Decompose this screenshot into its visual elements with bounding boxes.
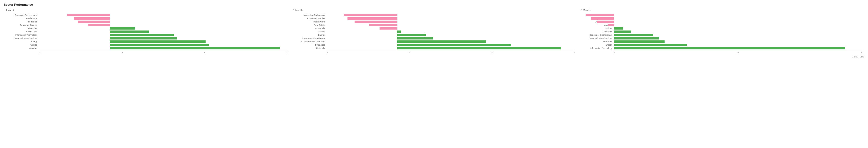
charts-container: 1 WeekConsumer DiscretionaryReal EstateI… [4, 9, 864, 54]
bar-area [39, 30, 287, 33]
positive-bar [614, 47, 845, 49]
axis-line [397, 24, 398, 26]
bar-area [614, 44, 862, 46]
axis-line [614, 17, 614, 20]
bar-label: Consumer Discretionary [293, 37, 326, 40]
positive-bar [614, 44, 687, 46]
bar-area [326, 21, 575, 23]
footer-text: TO SECTORS [4, 55, 864, 58]
axis-tick: 2 [492, 52, 493, 54]
positive-bar [614, 34, 653, 36]
bar-row: Financials [293, 43, 575, 47]
positive-bar [614, 27, 623, 29]
positive-bar [397, 37, 433, 40]
positive-bar [614, 30, 630, 33]
bar-area [614, 27, 862, 29]
positive-bar [397, 44, 511, 46]
bar-label: Financials [581, 30, 614, 33]
bar-row: Industrials [581, 40, 862, 43]
positive-bar [110, 30, 149, 33]
bar-area [39, 17, 287, 20]
bar-row: Utilities [6, 43, 287, 47]
bar-area [326, 41, 575, 43]
axis-tick: 0 [614, 52, 615, 54]
positive-bar [110, 41, 206, 43]
chart-section-week: 1 WeekConsumer DiscretionaryReal EstateI… [4, 9, 289, 54]
negative-bar [344, 14, 397, 16]
bar-row: Energy [6, 40, 287, 43]
bar-area [326, 47, 575, 49]
bar-area [326, 14, 575, 16]
bar-label: Real Estate [6, 17, 39, 20]
bar-label: Health Care [6, 30, 39, 33]
bar-row: Materials [6, 47, 287, 50]
bar-row: Industrials [293, 27, 575, 30]
bar-area [614, 14, 862, 16]
positive-bar [397, 34, 426, 36]
bar-area [326, 37, 575, 40]
bar-label: Materials [6, 47, 39, 49]
axis-line [397, 17, 398, 20]
bar-row: Communication Services [581, 36, 862, 40]
bar-area [39, 21, 287, 23]
bar-label: Energy [293, 34, 326, 36]
bar-label: Health Care [293, 21, 326, 23]
axis-ticks-container: -2024 [293, 51, 575, 54]
bar-label: Consumer Staples [6, 24, 39, 26]
bar-row: Consumer Discretionary [6, 14, 287, 17]
axis-tick: 0 [409, 52, 410, 54]
bar-row: Financials [581, 30, 862, 33]
bar-label: Information Technology [581, 47, 614, 49]
negative-bar [591, 17, 614, 20]
axis-tick: -2 [326, 52, 328, 54]
bar-row: Health Care [581, 17, 862, 20]
bar-row: Health Care [293, 20, 575, 23]
bar-row: Communication Services [6, 36, 287, 40]
bar-area [39, 14, 287, 16]
bar-row: Consumer Discretionary [581, 33, 862, 36]
bar-label: Consumer Discretionary [581, 34, 614, 36]
negative-bar [78, 21, 110, 23]
bar-area [39, 24, 287, 26]
positive-bar [110, 34, 174, 36]
axis-tick: 20 [860, 52, 862, 54]
bar-area [326, 30, 575, 33]
bar-label: Consumer Staples [293, 17, 326, 20]
bar-area [614, 21, 862, 23]
axis-line [614, 24, 614, 26]
bar-row: Information Technology [581, 47, 862, 50]
axis-ticks: -1012 [39, 51, 287, 54]
negative-bar [586, 14, 614, 16]
axis-tick: -1 [39, 52, 40, 54]
bar-area [39, 27, 287, 29]
bar-chart-months3: Real EstateHealth CareConsumer StaplesMa… [581, 14, 862, 54]
bar-row: Consumer Staples [6, 23, 287, 27]
bar-row: Energy [581, 43, 862, 47]
bar-label: Information Technology [6, 34, 39, 36]
chart-title-month: 1 Month [293, 9, 575, 11]
axis-tick: 1 [204, 52, 205, 54]
axis-line [110, 21, 110, 23]
axis-ticks-container: -1012 [6, 51, 287, 54]
bar-label: Industrials [293, 27, 326, 29]
bar-area [614, 41, 862, 43]
bar-label: Utilities [581, 27, 614, 29]
axis-ticks: 01020 [614, 51, 862, 54]
axis-line [614, 14, 614, 16]
bar-chart-month: Information TechnologyConsumer StaplesHe… [293, 14, 575, 54]
axis-tick: 10 [737, 52, 739, 54]
bar-label: Utilities [6, 44, 39, 46]
bar-area [39, 34, 287, 36]
bar-label: Communication Services [6, 37, 39, 40]
positive-bar [614, 37, 659, 40]
negative-bar [354, 21, 397, 23]
bar-area [614, 47, 862, 49]
bar-label: Industrials [6, 21, 39, 23]
axis-ticks: -2024 [326, 51, 575, 54]
negative-bar [88, 24, 110, 26]
bar-row: Materials [581, 23, 862, 27]
negative-bar [369, 24, 397, 26]
bar-label: Materials [293, 47, 326, 49]
bar-area [326, 17, 575, 20]
negative-bar [379, 27, 397, 29]
